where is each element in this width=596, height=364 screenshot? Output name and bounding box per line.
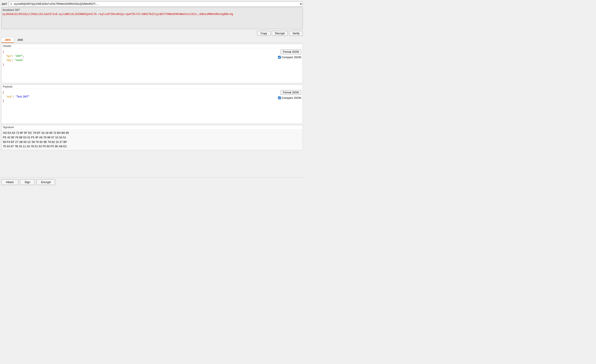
- header-compact-json-label: Compact JSON: [282, 56, 301, 59]
- serialized-text: eyJ0eXAiOiJKV1QiLCJhbGciOiJub25lIn0.eyJz…: [2, 12, 302, 16]
- payload-compact-json-checkbox[interactable]: [278, 97, 281, 99]
- serialized-label: Serialized JWT: [2, 8, 302, 12]
- payload-compact-json-label: Compact JSON: [282, 96, 301, 99]
- decrypt-button[interactable]: Decrypt: [272, 31, 288, 36]
- serialized-jwt-section: Serialized JWT eyJ0eXAiOiJKV1QiLCJhbGciO…: [1, 7, 303, 29]
- copy-button[interactable]: Copy: [257, 31, 270, 36]
- payload-compact-json-row: Compact JSON: [278, 96, 301, 99]
- payload-panel: Payload { "sub": "Test JWT" } Format JSO…: [1, 84, 303, 124]
- payload-label: Payload: [1, 85, 303, 89]
- header-panel: Header { "typ": "JWT", "alg": "none" } F…: [1, 44, 303, 83]
- jwt-label: JWT: [1, 2, 7, 6]
- payload-json-editor[interactable]: { "sub": "Test JWT" }: [1, 89, 274, 124]
- header-compact-json-checkbox[interactable]: [278, 56, 281, 59]
- action-buttons-row: Copy Decrypt Verify: [1, 31, 303, 36]
- tab-jwe[interactable]: JWE: [14, 37, 26, 43]
- encrypt-button[interactable]: Encrypt: [37, 179, 55, 185]
- header-compact-json-row: Compact JSON: [278, 56, 301, 59]
- signature-line2: FE 42 95 79 6B 53 41 F5 4F A6 76 96 07 1…: [3, 135, 301, 140]
- signature-section: Signature AD EA A5 72 8F 5F DC 79 EF 3A …: [1, 125, 303, 150]
- header-label: Header: [1, 44, 303, 48]
- header-json-buttons: Format JSON Compact JSON: [274, 48, 303, 60]
- attack-button[interactable]: Attack: [1, 179, 18, 185]
- jwt-select[interactable]: 1 - eyJraWQiOil5YjQxZWE3Zi0zYzZhLTRhMzct…: [8, 1, 303, 7]
- signature-line3: 58 F4 EF 27 2B 93 1C 58 76 92 9E 78 82 1…: [3, 140, 301, 144]
- tab-jws[interactable]: JWS: [1, 37, 14, 43]
- bottom-buttons-bar: Attack Sign Encrypt: [0, 177, 304, 187]
- header-json-editor[interactable]: { "typ": "JWT", "alg": "none" }: [1, 48, 274, 83]
- spacer: [1, 152, 303, 176]
- signature-label: Signature: [1, 125, 303, 129]
- sign-button[interactable]: Sign: [20, 179, 35, 185]
- payload-format-json-button[interactable]: Format JSON: [281, 90, 301, 95]
- signature-content: AD EA A5 72 8F 5F DC 79 EF 3A 16 69 72 B…: [1, 129, 303, 150]
- signature-line4: 70 43 67 7B 33 11 3A 78 51 52 F5 60 F0 3…: [3, 144, 301, 149]
- header-format-json-button[interactable]: Format JSON: [281, 50, 301, 54]
- tabs-row: JWS JWE: [1, 37, 303, 43]
- payload-json-buttons: Format JSON Compact JSON: [274, 89, 303, 101]
- verify-button[interactable]: Verify: [289, 31, 303, 36]
- signature-line1: AD EA A5 72 8F 5F DC 79 EF 3A 16 69 72 B…: [3, 131, 301, 135]
